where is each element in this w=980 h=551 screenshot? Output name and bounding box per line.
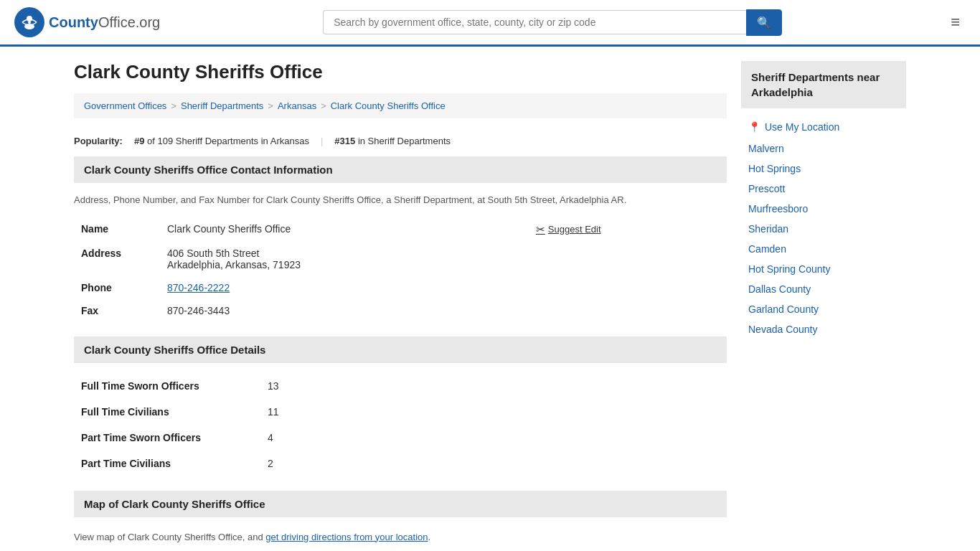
menu-button[interactable]: ≡ — [945, 10, 966, 34]
sidebar-item-link[interactable]: Camden — [748, 243, 786, 255]
logo-text: CountyOffice.org — [49, 14, 160, 31]
address-line2: Arkadelphia, Arkansas, 71923 — [167, 259, 522, 270]
popularity-label: Popularity: — [74, 136, 123, 146]
breadcrumb-item-clark-county[interactable]: Clark County Sheriffs Office — [331, 100, 446, 111]
rank-divider: | — [321, 136, 323, 146]
search-button[interactable]: 🔍 — [746, 9, 782, 36]
logo[interactable]: CountyOffice.org — [14, 7, 160, 37]
name-label: Name — [74, 217, 160, 242]
breadcrumb-item-sheriff-depts[interactable]: Sheriff Departments — [181, 100, 263, 111]
sidebar-item: Dallas County — [741, 279, 906, 299]
detail-value: 13 — [260, 373, 727, 399]
details-section-header: Clark County Sheriffs Office Details — [74, 336, 727, 363]
detail-value: 4 — [260, 425, 727, 451]
sidebar-item: Murfreesboro — [741, 199, 906, 219]
logo-icon — [14, 7, 44, 37]
table-row-name: Name Clark County Sheriffs Office ✂ Sugg… — [74, 217, 727, 242]
phone-label: Phone — [74, 276, 160, 299]
sidebar-nearby-list: MalvernHot SpringsPrescottMurfreesboroSh… — [741, 138, 906, 339]
detail-label: Part Time Sworn Officers — [74, 425, 260, 451]
sidebar-item: Malvern — [741, 138, 906, 159]
sidebar-item: Nevada County — [741, 319, 906, 339]
fax-value: 870-246-3443 — [160, 299, 529, 322]
sidebar-item-link[interactable]: Dallas County — [748, 283, 811, 295]
use-location: 📍 Use My Location — [741, 116, 906, 138]
sidebar-item: Sheridan — [741, 219, 906, 239]
detail-value: 2 — [260, 451, 727, 476]
sidebar: Sheriff Departments near Arkadelphia 📍 U… — [741, 61, 906, 550]
rank-2: #315 in Sheriff Departments — [334, 136, 451, 146]
svg-point-1 — [27, 16, 32, 22]
table-row-fax: Fax 870-246-3443 — [74, 299, 727, 322]
phone-value: 870-246-2222 — [160, 276, 529, 299]
detail-value: 11 — [260, 399, 727, 425]
breadcrumb: Government Offices > Sheriff Departments… — [74, 93, 727, 118]
search-bar: 🔍 — [323, 9, 782, 36]
content-area: Clark County Sheriffs Office Government … — [74, 61, 727, 550]
sidebar-item: Prescott — [741, 179, 906, 199]
map-desc-start: View map of Clark County Sheriffs Office… — [74, 532, 265, 542]
suggest-edit-icon: ✂ — [536, 223, 545, 236]
search-icon: 🔍 — [757, 17, 771, 29]
table-row: Part Time Sworn Officers 4 — [74, 425, 727, 451]
map-directions-link[interactable]: get driving directions from your locatio… — [265, 532, 428, 542]
map-description: View map of Clark County Sheriffs Office… — [74, 527, 727, 550]
breadcrumb-sep-1: > — [171, 100, 176, 111]
address-label: Address — [74, 242, 160, 276]
contact-description: Address, Phone Number, and Fax Number fo… — [74, 193, 727, 217]
address-value: 406 South 5th Street Arkadelphia, Arkans… — [160, 242, 529, 276]
suggest-edit-cell: ✂ Suggest Edit — [529, 217, 727, 242]
phone-link[interactable]: 870-246-2222 — [167, 282, 230, 293]
sidebar-item-link[interactable]: Hot Springs — [748, 163, 801, 174]
table-row: Full Time Sworn Officers 13 — [74, 373, 727, 399]
popularity-bar: Popularity: #9 of 109 Sheriff Department… — [74, 128, 727, 156]
breadcrumb-sep-3: > — [321, 100, 326, 111]
breadcrumb-item-arkansas[interactable]: Arkansas — [278, 100, 316, 111]
site-header: CountyOffice.org 🔍 ≡ — [0, 0, 980, 47]
sidebar-item: Hot Spring County — [741, 259, 906, 279]
sidebar-item-link[interactable]: Malvern — [748, 143, 784, 154]
breadcrumb-sep-2: > — [268, 100, 273, 111]
table-row-phone: Phone 870-246-2222 — [74, 276, 727, 299]
search-input[interactable] — [323, 10, 746, 34]
contact-info-table: Name Clark County Sheriffs Office ✂ Sugg… — [74, 217, 727, 322]
hamburger-icon: ≡ — [951, 13, 960, 31]
rank-1: #9 of 109 Sheriff Departments in Arkansa… — [134, 136, 309, 146]
sidebar-item: Garland County — [741, 299, 906, 319]
contact-section-header: Clark County Sheriffs Office Contact Inf… — [74, 156, 727, 183]
page-title: Clark County Sheriffs Office — [74, 61, 727, 83]
sidebar-item-link[interactable]: Garland County — [748, 303, 819, 315]
sidebar-item-link[interactable]: Hot Spring County — [748, 263, 830, 275]
location-icon: 📍 — [748, 121, 760, 133]
map-desc-end: . — [428, 532, 431, 542]
detail-label: Full Time Sworn Officers — [74, 373, 260, 399]
detail-label: Part Time Civilians — [74, 451, 260, 476]
sidebar-item: Hot Springs — [741, 159, 906, 179]
table-row-address: Address 406 South 5th Street Arkadelphia… — [74, 242, 727, 276]
use-location-link[interactable]: Use My Location — [765, 121, 839, 133]
sidebar-item-link[interactable]: Prescott — [748, 183, 785, 194]
sidebar-item: Camden — [741, 239, 906, 259]
sidebar-item-link[interactable]: Murfreesboro — [748, 203, 808, 215]
suggest-edit-button[interactable]: ✂ Suggest Edit — [536, 223, 601, 236]
breadcrumb-item-gov-offices[interactable]: Government Offices — [84, 100, 166, 111]
fax-label: Fax — [74, 299, 160, 322]
sidebar-item-link[interactable]: Nevada County — [748, 324, 818, 335]
map-section-header: Map of Clark County Sheriffs Office — [74, 491, 727, 517]
table-row: Part Time Civilians 2 — [74, 451, 727, 476]
details-table: Full Time Sworn Officers 13 Full Time Ci… — [74, 373, 727, 476]
name-value: Clark County Sheriffs Office — [160, 217, 529, 242]
main-container: Clark County Sheriffs Office Government … — [60, 47, 920, 551]
sidebar-header: Sheriff Departments near Arkadelphia — [741, 61, 906, 108]
address-line1: 406 South 5th Street — [167, 248, 522, 259]
detail-label: Full Time Civilians — [74, 399, 260, 425]
table-row: Full Time Civilians 11 — [74, 399, 727, 425]
suggest-edit-label: Suggest Edit — [548, 224, 601, 235]
sidebar-item-link[interactable]: Sheridan — [748, 223, 788, 235]
svg-point-3 — [28, 21, 31, 24]
